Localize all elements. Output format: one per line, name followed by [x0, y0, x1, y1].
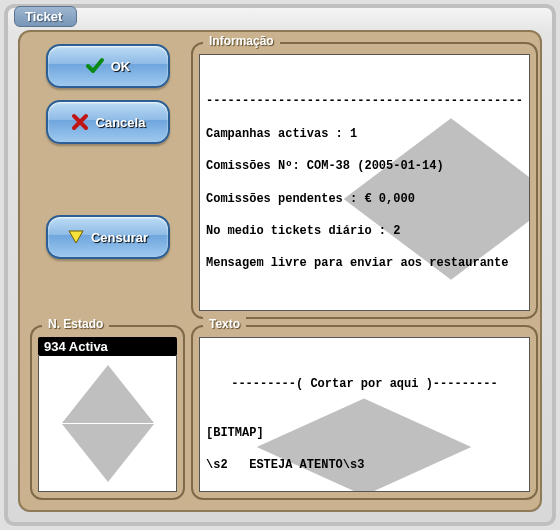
- svg-marker-1: [69, 231, 83, 243]
- arrow-up-icon[interactable]: [62, 365, 154, 423]
- info-line: ----------------------------------------…: [206, 93, 523, 109]
- window-title: Ticket: [14, 6, 77, 27]
- info-line: Comissões pendentes : € 0,000: [206, 191, 523, 207]
- triangle-down-icon: [67, 228, 85, 246]
- cross-icon: [70, 112, 90, 132]
- estado-group-title: N. Estado: [42, 317, 109, 331]
- svg-marker-2: [257, 398, 472, 492]
- info-line: Mensagem livre para enviar aos restauran…: [206, 255, 523, 271]
- info-group: Informação -----------------------------…: [191, 42, 538, 319]
- info-group-title: Informação: [203, 34, 280, 48]
- arrow-down-icon[interactable]: [62, 424, 154, 482]
- estado-stepper: [38, 356, 177, 492]
- censor-button[interactable]: Censurar: [46, 215, 170, 259]
- texto-group-title: Texto: [203, 317, 246, 331]
- texto-line: AQUI VAI NASCER UM NOVO MEIO DE: [206, 490, 523, 493]
- info-line: Campanhas activas : 1: [206, 126, 523, 142]
- button-column: OK Cancela: [30, 42, 185, 203]
- watermark-diamond-icon: [253, 96, 477, 269]
- ok-button[interactable]: OK: [46, 44, 170, 88]
- texto-line: \s2 ESTEJA ATENTO\s3: [206, 457, 523, 473]
- estado-group: N. Estado 934 Activa: [30, 325, 185, 500]
- texto-group: Texto ---------( Cortar por aqui )------…: [191, 325, 538, 500]
- texto-textbox: ---------( Cortar por aqui )--------- [B…: [199, 337, 530, 492]
- cancel-button-label: Cancela: [96, 115, 146, 130]
- estado-value: 934 Activa: [38, 337, 177, 356]
- info-line: No medio tickets diário : 2: [206, 223, 523, 239]
- ok-button-label: OK: [111, 59, 131, 74]
- texto-line: [BITMAP]: [206, 425, 523, 441]
- check-icon: [85, 56, 105, 76]
- censor-button-label: Censurar: [91, 230, 148, 245]
- censor-row: Censurar: [30, 209, 185, 261]
- texto-cut-line: ---------( Cortar por aqui )---------: [206, 376, 523, 392]
- info-line: Comissões Nº: COM-38 (2005-01-14): [206, 158, 523, 174]
- cancel-button[interactable]: Cancela: [46, 100, 170, 144]
- info-textbox: ----------------------------------------…: [199, 54, 530, 311]
- window-frame: Ticket OK Cancela Informação: [4, 4, 556, 526]
- content-panel: OK Cancela Informação ------------------…: [18, 30, 542, 512]
